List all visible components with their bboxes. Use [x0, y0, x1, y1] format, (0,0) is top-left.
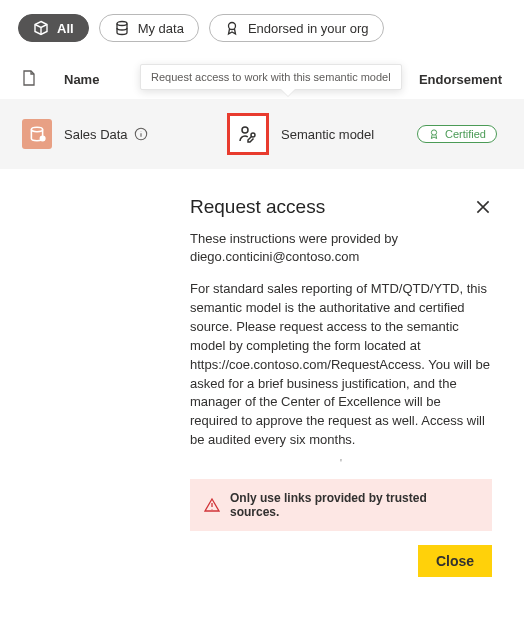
close-icon[interactable]	[474, 198, 492, 216]
svg-point-1	[228, 23, 235, 30]
row-name: Sales Data	[64, 127, 128, 142]
award-icon	[428, 128, 440, 140]
request-access-tooltip: Request access to work with this semanti…	[140, 64, 402, 90]
dataset-icon	[22, 119, 52, 149]
tooltip-text: Request access to work with this semanti…	[151, 71, 391, 83]
svg-point-7	[431, 130, 436, 135]
database-icon	[114, 20, 130, 36]
warning-banner: Only use links provided by trusted sourc…	[190, 479, 492, 531]
column-endorsement[interactable]: Endorsement	[419, 72, 502, 87]
certified-badge: Certified	[417, 125, 497, 143]
svg-point-5	[242, 127, 248, 133]
column-icon	[22, 70, 54, 89]
filter-all-label: All	[57, 21, 74, 36]
cube-icon	[33, 20, 49, 36]
svg-point-2	[31, 127, 42, 132]
close-button[interactable]: Close	[418, 545, 492, 577]
resize-grip[interactable]: '	[190, 458, 492, 469]
filter-bar: All My data Endorsed in your org	[0, 0, 524, 52]
filter-my-data[interactable]: My data	[99, 14, 199, 42]
filter-endorsed-label: Endorsed in your org	[248, 21, 369, 36]
warning-icon	[204, 497, 220, 513]
warning-text: Only use links provided by trusted sourc…	[230, 491, 478, 519]
person-key-icon	[238, 124, 258, 144]
filter-all[interactable]: All	[18, 14, 89, 42]
svg-point-6	[251, 133, 255, 137]
panel-intro: These instructions were provided by dieg…	[190, 230, 492, 266]
table-row[interactable]: Sales Data Semantic model Certified	[0, 99, 524, 169]
file-icon	[22, 70, 36, 86]
row-type: Semantic model	[281, 127, 417, 142]
request-access-button[interactable]	[227, 113, 269, 155]
info-icon[interactable]	[134, 127, 148, 141]
svg-point-0	[117, 22, 127, 26]
badge-label: Certified	[445, 128, 486, 140]
panel-actions: Close	[190, 545, 492, 577]
panel-title: Request access	[190, 196, 492, 218]
ribbon-icon	[224, 20, 240, 36]
row-name-cell: Sales Data	[52, 127, 227, 142]
svg-point-3	[40, 136, 45, 141]
filter-endorsed[interactable]: Endorsed in your org	[209, 14, 384, 42]
request-access-panel: Request access These instructions were p…	[190, 196, 492, 577]
panel-body: For standard sales reporting of MTD/QTD/…	[190, 280, 492, 450]
filter-my-data-label: My data	[138, 21, 184, 36]
